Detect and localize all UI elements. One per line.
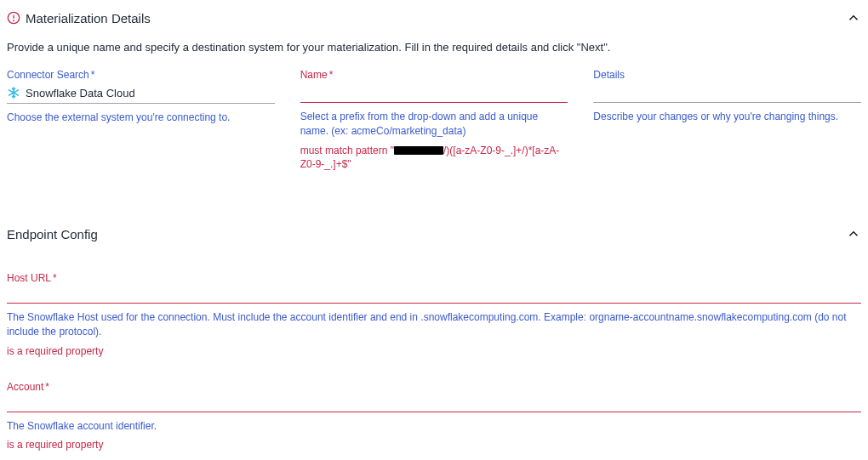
name-input[interactable] <box>300 82 568 103</box>
account-text-input[interactable] <box>7 396 861 409</box>
host-url-label: Host URL* <box>7 272 861 284</box>
account-error: is a required property <box>7 438 861 452</box>
connector-field: Connector Search* Snowflake Data Cloud C… <box>7 69 275 125</box>
host-url-input[interactable] <box>7 286 861 304</box>
endpoint-config-header[interactable]: Endpoint Config <box>7 223 861 250</box>
account-field: Account* The Snowflake account identifie… <box>7 381 861 453</box>
details-field: Details Describe your changes or why you… <box>593 69 861 124</box>
details-input[interactable] <box>593 82 861 103</box>
name-text-input[interactable] <box>300 86 568 99</box>
name-field: Name* Select a prefix from the drop-down… <box>300 69 568 172</box>
chevron-up-icon[interactable] <box>846 226 861 241</box>
materialization-details-header[interactable]: Materialization Details <box>7 7 861 34</box>
svg-point-2 <box>14 20 14 21</box>
host-url-field: Host URL* The Snowflake Host used for th… <box>7 272 861 358</box>
name-help: Select a prefix from the drop-down and a… <box>300 110 568 139</box>
connector-value: Snowflake Data Cloud <box>26 87 135 99</box>
account-label: Account* <box>7 381 861 393</box>
chevron-up-icon[interactable] <box>846 10 861 26</box>
details-help: Describe your changes or why you're chan… <box>593 110 861 124</box>
warning-icon <box>7 11 20 25</box>
endpoint-title: Endpoint Config <box>7 227 98 241</box>
account-input[interactable] <box>7 395 861 412</box>
snowflake-icon <box>7 86 20 99</box>
connector-input[interactable]: Snowflake Data Cloud <box>7 82 275 104</box>
account-help: The Snowflake account identifier. <box>7 419 861 434</box>
connector-label: Connector Search* <box>7 69 275 81</box>
name-error: must match pattern "/)([a-zA-Z0-9-_.]+/)… <box>300 144 568 173</box>
section-description: Provide a unique name and specify a dest… <box>7 41 861 54</box>
connector-help: Choose the external system you're connec… <box>7 111 275 125</box>
details-label: Details <box>593 69 861 81</box>
section-title: Materialization Details <box>26 11 151 26</box>
name-label: Name* <box>300 69 568 81</box>
host-url-error: is a required property <box>7 344 861 359</box>
redacted-block <box>394 146 443 155</box>
host-url-help: The Snowflake Host used for the connecti… <box>7 310 861 339</box>
details-text-input[interactable] <box>593 86 861 99</box>
host-url-text-input[interactable] <box>7 287 861 300</box>
